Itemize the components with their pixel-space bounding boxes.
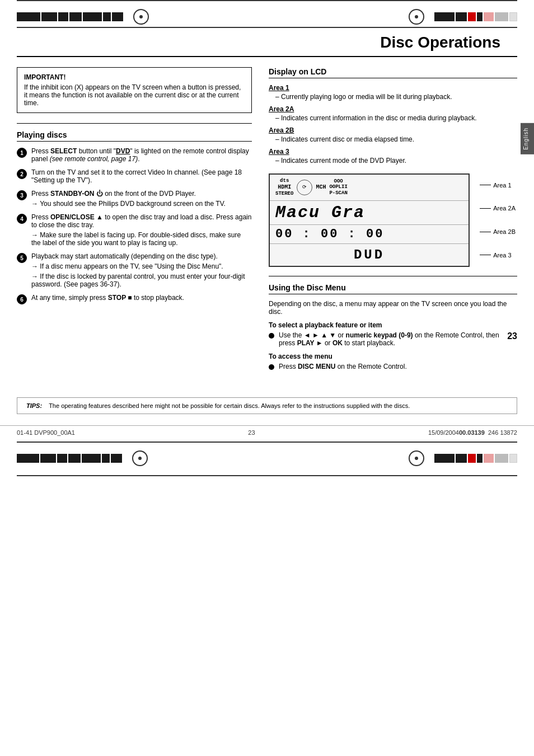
item-content: Turn on the TV and set it to the correct… (31, 168, 252, 184)
tips-box: TIPS: The operating features described h… (17, 397, 517, 414)
playing-discs-heading: Playing discs (17, 130, 252, 142)
arrow-note: You should see the Philips DVD backgroun… (31, 200, 252, 208)
bottom-right-bar (409, 450, 517, 466)
bullet-dot (269, 333, 274, 339)
arrow-note: If a disc menu appears on the TV, see "U… (31, 262, 252, 270)
list-item: 6 At any time, simply press STOP ■ to st… (17, 294, 252, 304)
bar-segment-pink (484, 454, 494, 463)
item-content: Press STANDBY-ON ⏻ on the front of the D… (31, 190, 252, 208)
area-2b-desc: Indicates current disc or media elapsed … (269, 135, 517, 143)
bar-segment (434, 12, 455, 21)
lcd-diagram-wrapper: dtsHDMISTEREO ⟳ MCH OOOOOPLIIP-SCAN Macu… (269, 173, 470, 267)
circle-inner (415, 15, 418, 18)
select-feature-text: Use the ◄ ► ▲ ▼ or numeric keypad (0-9) … (279, 331, 517, 347)
bar-segment (82, 454, 101, 463)
footer-left: 01-41 DVP900_00A1 (17, 429, 75, 436)
two-column-layout: IMPORTANT! If the inhibit icon (X) appea… (17, 67, 517, 375)
bar-segment (58, 12, 68, 21)
main-content: Disc Operations IMPORTANT! If the inhibi… (0, 28, 534, 386)
bar-segment (477, 454, 483, 463)
area-1-desc: Currently playing logo or media will be … (269, 93, 517, 101)
right-column: Display on LCD Area 1 Currently playing … (269, 67, 517, 375)
area-ann-2b: Area 2B (480, 228, 516, 235)
bar-segment (434, 454, 455, 463)
right-bar-group (400, 9, 517, 25)
divider (269, 276, 517, 276)
bar-segment-red (468, 454, 476, 463)
bar-segment (83, 12, 102, 21)
lcd-row1: dtsHDMISTEREO ⟳ MCH OOOOOPLIIP-SCAN (270, 175, 469, 201)
item-content: Press SELECT button until "DVD" is light… (31, 147, 252, 163)
arrow-note: Make sure the label is facing up. For do… (31, 231, 252, 247)
bar-segment (57, 454, 67, 463)
tips-text: The operating features described here mi… (49, 402, 410, 409)
disc-menu-intro: Depending on the disc, a menu may appear… (269, 300, 517, 316)
item-number: 5 (17, 253, 27, 263)
lcd-row3: 00 : 00 : 00 (270, 225, 469, 244)
page-title: Disc Operations (17, 34, 517, 57)
bar-segment (456, 12, 467, 21)
circle-inner (138, 457, 142, 460)
important-box: IMPORTANT! If the inhibit icon (X) appea… (17, 67, 252, 113)
top-bars (0, 2, 534, 25)
list-item: 1 Press SELECT button until "DVD" is lig… (17, 147, 252, 163)
display-lcd-heading: Display on LCD (269, 67, 517, 78)
footer-center: 23 (248, 429, 255, 436)
bullet-item: Use the ◄ ► ▲ ▼ or numeric keypad (0-9) … (269, 331, 517, 347)
item-number: 1 (17, 148, 27, 158)
page-number: 23 (507, 331, 517, 341)
item-content: Playback may start automatically (depend… (31, 252, 252, 288)
area-1-label: Area 1 (269, 84, 517, 92)
disc-menu-heading: Using the Disc Menu (269, 283, 517, 294)
area-ann-3: Area 3 (480, 252, 516, 259)
bar-segment (69, 12, 82, 21)
lcd-section: Area 1 Currently playing logo or media w… (269, 84, 517, 165)
mch-icon: MCH (316, 184, 326, 191)
arrow-note: If the disc is locked by parental contro… (31, 273, 252, 288)
bar-segment (477, 12, 483, 21)
list-item: 3 Press STANDBY-ON ⏻ on the front of the… (17, 190, 252, 208)
bar-segment (102, 454, 110, 463)
area-ann-1: Area 1 (480, 182, 516, 189)
important-text: If the inhibit icon (X) appears on the T… (24, 83, 245, 107)
bottom-left-bar (17, 450, 148, 466)
item-number: 3 (17, 190, 27, 200)
area-2a-label: Area 2A (269, 105, 517, 113)
bar-segment-lgray (495, 12, 508, 21)
bullet-dot (269, 364, 274, 370)
select-feature-heading: To select a playback feature or item (269, 321, 517, 329)
bottom-bars (0, 444, 534, 473)
pscan-icon: OOOOOPLIIP-SCAN (329, 179, 347, 196)
item-content: At any time, simply press STOP ■ to stop… (31, 294, 252, 304)
bar-segment-white (509, 12, 517, 21)
list-item: 2 Turn on the TV and set it to the corre… (17, 168, 252, 184)
circle-icon: ⟳ (297, 180, 312, 195)
bar-segment (112, 12, 123, 21)
item-number: 2 (17, 169, 27, 179)
area-2b-label: Area 2B (269, 126, 517, 134)
left-column: IMPORTANT! If the inhibit icon (X) appea… (17, 67, 252, 375)
item-number: 6 (17, 294, 27, 304)
bar-segment-red (468, 12, 476, 21)
circle-mark-bottom-left (132, 450, 148, 466)
area-ann-2a: Area 2A (480, 205, 516, 212)
area-3-label: Area 3 (269, 148, 517, 156)
lcd-row4: DUD (270, 244, 469, 266)
circle-mark-right (409, 9, 424, 25)
lcd-display: dtsHDMISTEREO ⟳ MCH OOOOOPLIIP-SCAN Macu… (269, 173, 470, 267)
item-number: 4 (17, 214, 27, 224)
circle-inner (415, 457, 418, 460)
footer-right: 15/09/200400.03139 246 13872 (428, 429, 517, 436)
bar-segment (17, 12, 40, 21)
bar-segment (456, 454, 467, 463)
circle-mark-left (133, 9, 149, 25)
bullet-item: Press DISC MENU on the Remote Control. (269, 363, 517, 370)
bar-segment-lgray (495, 454, 508, 463)
access-menu-heading: To access the menu (269, 353, 517, 360)
list-item: 5 Playback may start automatically (depe… (17, 252, 252, 288)
area-annotations: Area 1 Area 2A Area 2B Area 3 (480, 173, 516, 267)
bar-segment (111, 454, 122, 463)
bar-segment (17, 454, 39, 463)
footer: 01-41 DVP900_00A1 23 15/09/200400.03139 … (0, 425, 534, 439)
bar-segment (103, 12, 111, 21)
